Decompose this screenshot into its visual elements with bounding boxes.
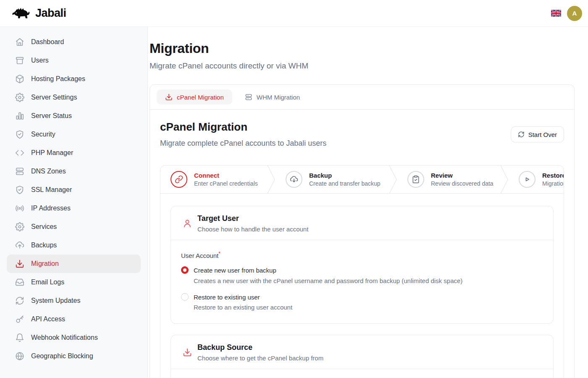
step-separator	[500, 165, 509, 193]
package-icon	[15, 74, 24, 84]
sidebar-item-label: Hosting Packages	[31, 75, 85, 83]
backup-source-section: Backup Source Choose where to get the cP…	[171, 335, 554, 378]
radio-create-new-user[interactable]: Create new user from backup	[181, 266, 543, 274]
sidebar-item-dashboard[interactable]: Dashboard	[7, 33, 141, 51]
bell-icon	[15, 333, 24, 342]
radio-selected[interactable]	[181, 266, 189, 274]
sidebar-item-label: Dashboard	[31, 38, 64, 46]
user-account-label: User Account*	[181, 251, 543, 259]
step-circle	[519, 171, 536, 188]
tab-cpanel-migration[interactable]: cPanel Migration	[157, 89, 232, 105]
step-title: Connect	[194, 172, 258, 179]
sidebar-item-label: API Access	[31, 315, 65, 323]
download-icon	[165, 93, 173, 101]
sidebar-item-ssl-manager[interactable]: SSL Manager	[7, 181, 141, 199]
sidebar-item-label: System Updates	[31, 297, 80, 304]
step-title: Review	[431, 172, 494, 179]
option-create-new-user: Create new user from backup Creates a ne…	[181, 266, 543, 284]
sidebar-item-label: Security	[31, 131, 55, 138]
sidebar-item-label: Email Logs	[31, 278, 64, 286]
step-circle	[407, 171, 424, 188]
migration-tabs: cPanel Migration WHM Migration	[150, 85, 574, 110]
sidebar-item-server-settings[interactable]: Server Settings	[7, 88, 141, 107]
sidebar-item-server-status[interactable]: Server Status	[7, 107, 141, 125]
tab-whm-migration[interactable]: WHM Migration	[236, 89, 308, 105]
sidebar-item-label: IP Addresses	[31, 205, 71, 212]
migration-wizard: Connect Enter cPanel credentials Backup	[160, 165, 564, 378]
section-title: Backup Source	[197, 343, 323, 352]
sidebar-nav: Dashboard Users Hosting Packages Server …	[0, 27, 148, 378]
start-over-button[interactable]: Start Over	[511, 126, 564, 142]
bar-chart-icon	[15, 111, 24, 121]
sidebar-item-label: PHP Manager	[31, 149, 73, 157]
refresh-icon	[518, 131, 525, 138]
radio-unselected[interactable]	[181, 293, 189, 301]
sidebar-item-services[interactable]: Services	[7, 218, 141, 236]
sidebar-item-backups[interactable]: Backups	[7, 236, 141, 255]
sidebar-item-api-access[interactable]: API Access	[7, 310, 141, 328]
server-stack-icon	[245, 93, 252, 101]
archive-icon	[15, 56, 24, 65]
sidebar-item-users[interactable]: Users	[7, 51, 141, 70]
section-title: Target User	[197, 214, 308, 223]
uk-flag-icon[interactable]	[551, 10, 561, 17]
panel-subtitle: Migrate complete cPanel accounts to Jaba…	[160, 139, 326, 148]
step-title: Restore	[542, 172, 564, 179]
broadcast-icon	[15, 204, 24, 213]
sidebar-item-email-logs[interactable]: Email Logs	[7, 273, 141, 291]
step-subtitle: Create and transfer backup	[309, 180, 381, 187]
option-label: Restore to existing user	[194, 294, 260, 301]
sidebar-item-label: Users	[31, 57, 49, 64]
sidebar-item-hosting-packages[interactable]: Hosting Packages	[7, 70, 141, 88]
radio-restore-existing-user[interactable]: Restore to existing user	[181, 293, 543, 301]
sidebar-item-label: DNS Zones	[31, 168, 66, 175]
step-separator	[267, 165, 276, 193]
main-content: Migration Migrate cPanel accounts direct…	[148, 27, 588, 378]
step-subtitle: Enter cPanel credentials	[194, 180, 258, 187]
brand-name: Jabali	[35, 7, 66, 20]
target-user-section: Target User Choose how to handle the use…	[171, 206, 554, 324]
tab-label: cPanel Migration	[177, 94, 224, 101]
gear-icon	[15, 222, 24, 231]
sidebar-item-label: Server Settings	[31, 94, 77, 101]
sidebar-item-dns-zones[interactable]: DNS Zones	[7, 162, 141, 181]
download-icon	[15, 259, 24, 268]
sidebar-item-label: SSL Manager	[31, 186, 72, 194]
step-circle	[286, 171, 302, 188]
clipboard-check-icon	[412, 175, 420, 184]
brand-logo[interactable]: Jabali	[12, 7, 66, 20]
shield-check-icon	[15, 130, 24, 139]
inbox-icon	[15, 278, 24, 287]
wizard-steps: Connect Enter cPanel credentials Backup	[160, 165, 564, 194]
server-stack-icon	[15, 167, 24, 176]
user-avatar[interactable]: A	[567, 6, 582, 21]
option-restore-existing-user: Restore to existing user Restore to an e…	[181, 293, 543, 311]
sidebar-item-webhook-notifications[interactable]: Webhook Notifications	[7, 328, 141, 347]
tab-label: WHM Migration	[257, 94, 300, 101]
option-description: Restore to an existing user account	[194, 304, 543, 311]
code-icon	[15, 148, 24, 158]
required-asterisk: *	[218, 251, 220, 257]
option-description: Creates a new user with the cPanel usern…	[194, 277, 543, 284]
person-icon	[183, 219, 192, 228]
sidebar-item-migration[interactable]: Migration	[7, 255, 141, 273]
sidebar-item-label: Geographic Blocking	[31, 352, 93, 360]
step-title: Backup	[309, 172, 381, 179]
refresh-icon	[15, 296, 24, 305]
sidebar-item-geographic-blocking[interactable]: Geographic Blocking	[7, 347, 141, 365]
step-review: Review Review discovered data	[397, 165, 500, 193]
sidebar-item-security[interactable]: Security	[7, 125, 141, 144]
sidebar-item-php-manager[interactable]: PHP Manager	[7, 144, 141, 162]
link-icon	[175, 175, 183, 184]
section-subtitle: Choose where to get the cPanel backup fr…	[197, 354, 323, 362]
page-subtitle: Migrate cPanel accounts directly or via …	[150, 61, 575, 71]
start-over-label: Start Over	[528, 131, 557, 138]
sidebar-item-label: Services	[31, 223, 57, 231]
step-circle	[171, 171, 187, 188]
step-connect: Connect Enter cPanel credentials	[160, 165, 267, 193]
sidebar-item-label: Backups	[31, 242, 57, 249]
download-icon	[183, 348, 192, 357]
sidebar-item-system-updates[interactable]: System Updates	[7, 291, 141, 310]
sidebar-item-ip-addresses[interactable]: IP Addresses	[7, 199, 141, 218]
step-restore: Restore Migration	[509, 165, 564, 193]
